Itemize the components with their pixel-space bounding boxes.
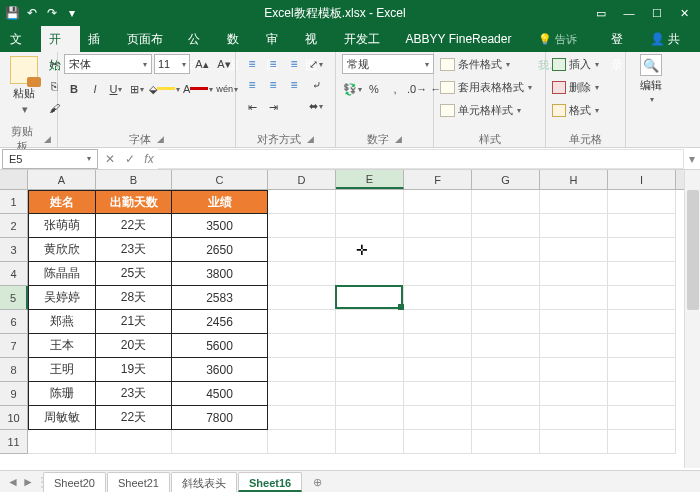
cell[interactable] — [540, 238, 608, 262]
cell[interactable] — [268, 190, 336, 214]
bold-button[interactable]: B — [64, 79, 84, 99]
tab-abbyy[interactable]: ABBYY FineReader 11 — [398, 26, 531, 52]
column-header[interactable]: B — [96, 170, 172, 189]
sheet-tab-active[interactable]: Sheet16 — [238, 472, 302, 492]
cell[interactable] — [268, 214, 336, 238]
minimize-icon[interactable]: — — [618, 4, 640, 22]
cell[interactable]: 2583 — [172, 286, 268, 310]
cell[interactable] — [472, 406, 540, 430]
cell[interactable]: 23天 — [96, 238, 172, 262]
align-right-button[interactable]: ≡ — [284, 75, 304, 95]
cell[interactable] — [268, 430, 336, 454]
cell[interactable] — [608, 430, 676, 454]
font-color-button[interactable]: A▾ — [182, 79, 214, 99]
scrollbar-thumb[interactable] — [687, 190, 699, 310]
cell[interactable] — [540, 382, 608, 406]
tab-formulas[interactable]: 公式 — [180, 26, 219, 52]
cell[interactable] — [336, 214, 404, 238]
sheet-tab[interactable]: Sheet21 — [107, 472, 170, 492]
row-header[interactable]: 9 — [0, 382, 28, 406]
cell[interactable]: 19天 — [96, 358, 172, 382]
underline-button[interactable]: U▾ — [106, 79, 126, 99]
cell[interactable] — [172, 430, 268, 454]
cell[interactable]: 张萌萌 — [28, 214, 96, 238]
align-top-button[interactable]: ≡ — [242, 54, 262, 74]
column-header[interactable]: H — [540, 170, 608, 189]
dialog-launcher-icon[interactable]: ◢ — [157, 134, 164, 144]
cell[interactable]: 王本 — [28, 334, 96, 358]
format-cells-button[interactable]: 格式▾ — [552, 100, 599, 120]
cell[interactable]: 23天 — [96, 382, 172, 406]
save-icon[interactable]: 💾 — [4, 5, 20, 21]
cell[interactable]: 郑燕 — [28, 310, 96, 334]
cell[interactable]: 3800 — [172, 262, 268, 286]
tell-me[interactable]: 💡 告诉我... — [530, 26, 602, 52]
decrease-indent-button[interactable]: ⇤ — [242, 97, 262, 117]
cell[interactable] — [404, 358, 472, 382]
row-header[interactable]: 1 — [0, 190, 28, 214]
cell[interactable] — [472, 238, 540, 262]
row-header[interactable]: 11 — [0, 430, 28, 454]
increase-decimal-button[interactable]: .0→ — [406, 79, 428, 99]
cancel-formula-icon[interactable]: ✕ — [100, 152, 120, 166]
cell[interactable] — [404, 334, 472, 358]
cell[interactable] — [540, 358, 608, 382]
cell[interactable] — [336, 406, 404, 430]
cell[interactable] — [608, 286, 676, 310]
enter-formula-icon[interactable]: ✓ — [120, 152, 140, 166]
accounting-button[interactable]: 💱▾ — [342, 79, 363, 99]
cell[interactable]: 3500 — [172, 214, 268, 238]
cell-styles-button[interactable]: 单元格样式▾ — [440, 100, 521, 120]
formula-input[interactable] — [158, 149, 684, 169]
align-bottom-button[interactable]: ≡ — [284, 54, 304, 74]
cell[interactable] — [404, 214, 472, 238]
cell[interactable] — [540, 430, 608, 454]
font-size-select[interactable]: 11▾ — [154, 54, 190, 74]
column-header[interactable]: E — [336, 170, 404, 189]
font-name-select[interactable]: 宋体▾ — [64, 54, 152, 74]
add-sheet-button[interactable]: ⊕ — [303, 472, 332, 492]
merge-button[interactable]: ⬌▾ — [306, 96, 326, 116]
undo-icon[interactable]: ↶ — [24, 5, 40, 21]
italic-button[interactable]: I — [85, 79, 105, 99]
cell[interactable] — [608, 214, 676, 238]
conditional-format-button[interactable]: 条件格式▾ — [440, 54, 510, 74]
sheet-tab[interactable]: Sheet20 — [43, 472, 106, 492]
row-header[interactable]: 10 — [0, 406, 28, 430]
orientation-button[interactable]: ⤢▾ — [306, 54, 326, 74]
cell[interactable] — [268, 310, 336, 334]
cell[interactable] — [336, 334, 404, 358]
qat-more-icon[interactable]: ▾ — [64, 5, 80, 21]
cell[interactable] — [472, 214, 540, 238]
cell[interactable]: 22天 — [96, 214, 172, 238]
dialog-launcher-icon[interactable]: ◢ — [307, 134, 314, 144]
comma-button[interactable]: , — [385, 79, 405, 99]
cell[interactable] — [472, 382, 540, 406]
delete-cells-button[interactable]: 删除▾ — [552, 77, 599, 97]
row-header[interactable]: 2 — [0, 214, 28, 238]
cell[interactable] — [608, 262, 676, 286]
select-all-corner[interactable] — [0, 170, 28, 189]
fx-icon[interactable]: fx — [140, 152, 158, 166]
tab-developer[interactable]: 开发工具 — [336, 26, 398, 52]
cell[interactable] — [608, 382, 676, 406]
ribbon-options-icon[interactable]: ▭ — [590, 4, 612, 22]
tab-review[interactable]: 审阅 — [258, 26, 297, 52]
cell[interactable]: 22天 — [96, 406, 172, 430]
cell[interactable]: 出勤天数 — [96, 190, 172, 214]
cell[interactable]: 王明 — [28, 358, 96, 382]
tab-view[interactable]: 视图 — [297, 26, 336, 52]
cell[interactable] — [404, 238, 472, 262]
expand-formula-icon[interactable]: ▾ — [684, 152, 700, 166]
cell[interactable]: 吴婷婷 — [28, 286, 96, 310]
grow-font-button[interactable]: A▴ — [192, 54, 212, 74]
name-box[interactable]: E5▾ — [2, 149, 98, 169]
tab-nav-prev[interactable]: ◄ — [6, 475, 20, 489]
cell[interactable]: 5600 — [172, 334, 268, 358]
cell[interactable] — [608, 190, 676, 214]
sign-in[interactable]: 登录 — [603, 26, 642, 52]
cell[interactable] — [472, 286, 540, 310]
cell[interactable] — [268, 382, 336, 406]
cell[interactable] — [540, 310, 608, 334]
border-button[interactable]: ⊞▾ — [127, 79, 147, 99]
